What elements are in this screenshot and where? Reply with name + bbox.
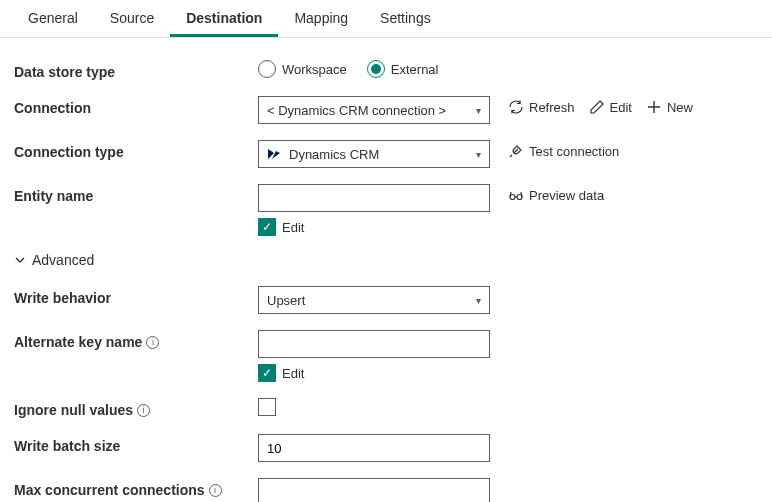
info-icon[interactable]: i bbox=[146, 336, 159, 349]
connection-type-select[interactable]: Dynamics CRM ▾ bbox=[258, 140, 490, 168]
preview-data-label: Preview data bbox=[529, 188, 604, 203]
tab-settings[interactable]: Settings bbox=[364, 0, 447, 37]
check-icon: ✓ bbox=[262, 221, 272, 233]
refresh-button[interactable]: Refresh bbox=[508, 99, 575, 115]
test-connection-label: Test connection bbox=[529, 144, 619, 159]
advanced-section-toggle[interactable]: Advanced bbox=[14, 252, 758, 268]
connection-type-value: Dynamics CRM bbox=[267, 147, 476, 162]
info-icon[interactable]: i bbox=[209, 484, 222, 497]
chevron-down-icon bbox=[14, 254, 26, 266]
radio-workspace-label: Workspace bbox=[282, 62, 347, 77]
plug-icon bbox=[508, 143, 524, 159]
label-ignore-null: Ignore null values i bbox=[14, 398, 258, 418]
tab-bar: General Source Destination Mapping Setti… bbox=[0, 0, 772, 38]
check-icon: ✓ bbox=[262, 367, 272, 379]
alternate-key-input[interactable] bbox=[258, 330, 490, 358]
plus-icon bbox=[646, 99, 662, 115]
data-store-type-group: Workspace External bbox=[258, 60, 439, 78]
radio-external-label: External bbox=[391, 62, 439, 77]
write-behavior-select[interactable]: Upsert ▾ bbox=[258, 286, 490, 314]
alternate-key-edit-checkbox[interactable]: ✓ bbox=[258, 364, 276, 382]
write-behavior-value: Upsert bbox=[267, 293, 476, 308]
dynamics-icon bbox=[267, 148, 281, 160]
entity-name-input[interactable] bbox=[258, 184, 490, 212]
radio-external[interactable]: External bbox=[367, 60, 439, 78]
radio-workspace[interactable]: Workspace bbox=[258, 60, 347, 78]
chevron-down-icon: ▾ bbox=[476, 105, 481, 116]
label-connection: Connection bbox=[14, 96, 258, 116]
tab-source[interactable]: Source bbox=[94, 0, 170, 37]
tab-mapping[interactable]: Mapping bbox=[278, 0, 364, 37]
pencil-icon bbox=[589, 99, 605, 115]
label-write-batch-size: Write batch size bbox=[14, 434, 258, 454]
connection-select[interactable]: < Dynamics CRM connection > ▾ bbox=[258, 96, 490, 124]
label-alternate-key: Alternate key name i bbox=[14, 330, 258, 350]
label-write-behavior: Write behavior bbox=[14, 286, 258, 306]
preview-data-button[interactable]: Preview data bbox=[508, 187, 604, 203]
entity-edit-label: Edit bbox=[282, 220, 304, 235]
advanced-label: Advanced bbox=[32, 252, 94, 268]
tab-destination[interactable]: Destination bbox=[170, 0, 278, 37]
label-max-concurrent: Max concurrent connections i bbox=[14, 478, 258, 498]
radio-circle-checked-icon bbox=[367, 60, 385, 78]
refresh-label: Refresh bbox=[529, 100, 575, 115]
edit-label: Edit bbox=[610, 100, 632, 115]
info-icon[interactable]: i bbox=[137, 404, 150, 417]
test-connection-button[interactable]: Test connection bbox=[508, 143, 619, 159]
destination-form: Data store type Workspace External Conne… bbox=[0, 38, 772, 502]
label-entity-name: Entity name bbox=[14, 184, 258, 204]
new-button[interactable]: New bbox=[646, 99, 693, 115]
ignore-null-checkbox[interactable] bbox=[258, 398, 276, 416]
label-data-store-type: Data store type bbox=[14, 60, 258, 80]
radio-circle-icon bbox=[258, 60, 276, 78]
max-concurrent-input[interactable] bbox=[258, 478, 490, 502]
write-batch-size-input[interactable] bbox=[258, 434, 490, 462]
label-connection-type: Connection type bbox=[14, 140, 258, 160]
alternate-key-edit-label: Edit bbox=[282, 366, 304, 381]
entity-edit-checkbox[interactable]: ✓ bbox=[258, 218, 276, 236]
chevron-down-icon: ▾ bbox=[476, 295, 481, 306]
new-label: New bbox=[667, 100, 693, 115]
edit-button[interactable]: Edit bbox=[589, 99, 632, 115]
chevron-down-icon: ▾ bbox=[476, 149, 481, 160]
connection-select-value: < Dynamics CRM connection > bbox=[267, 103, 476, 118]
refresh-icon bbox=[508, 99, 524, 115]
glasses-icon bbox=[508, 187, 524, 203]
tab-general[interactable]: General bbox=[12, 0, 94, 37]
